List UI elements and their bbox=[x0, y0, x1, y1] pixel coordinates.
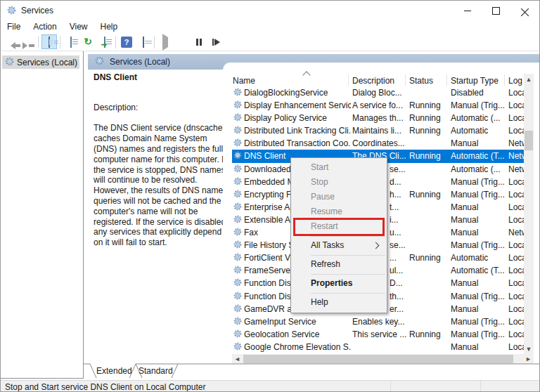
column-header-log[interactable]: Log bbox=[508, 76, 522, 86]
menu-separator bbox=[311, 293, 385, 294]
context-menu: StartStopPauseResumeRestartAll TasksRefr… bbox=[290, 157, 387, 313]
column-header-startup-type[interactable]: Startup Type bbox=[451, 76, 499, 86]
cell-status: Running bbox=[409, 126, 448, 136]
vertical-scroll-thumb[interactable] bbox=[525, 131, 533, 150]
table-row[interactable]: DialogBlockingServiceDialog Bloc...Disab… bbox=[232, 86, 525, 99]
vertical-scrollbar[interactable]: ▲ ▼ bbox=[524, 74, 534, 354]
tree-item-services-local[interactable]: Services (Local) bbox=[2, 55, 79, 69]
console-tree-button[interactable] bbox=[41, 34, 57, 49]
stop-service-button[interactable] bbox=[174, 34, 190, 49]
cell-log-on-as: Loca bbox=[508, 215, 525, 225]
window-title: Services bbox=[21, 6, 53, 15]
table-row[interactable]: Google Chrome Elevation S...ManualLoca bbox=[232, 341, 525, 353]
menu-file[interactable]: File bbox=[1, 21, 27, 32]
cell-log-on-as: Loca bbox=[508, 240, 525, 250]
context-menu-item-resume[interactable]: Resume bbox=[291, 204, 387, 219]
service-gear-icon bbox=[233, 190, 242, 200]
pause-service-button[interactable] bbox=[191, 34, 207, 49]
cell-description: Dialog Bloc... bbox=[352, 88, 407, 98]
scroll-up-icon[interactable]: ▲ bbox=[524, 74, 534, 84]
table-row[interactable]: Display Policy ServiceManages th...Runni… bbox=[232, 112, 525, 124]
pause-service-icon bbox=[196, 39, 202, 46]
list-doc-icon bbox=[70, 37, 72, 47]
back-button[interactable] bbox=[3, 34, 18, 49]
status-divider bbox=[480, 381, 481, 392]
scroll-down-icon[interactable]: ▼ bbox=[524, 344, 534, 354]
minimize-icon bbox=[464, 11, 471, 11]
list-doc-button[interactable] bbox=[63, 34, 79, 49]
cell-startup-type: Disabled bbox=[451, 88, 507, 98]
cell-log-on-as: Loca bbox=[508, 253, 525, 263]
cell-description: Enables key... bbox=[352, 317, 407, 327]
refresh-button[interactable]: ↻ bbox=[80, 34, 96, 49]
cell-log-on-as: Loca bbox=[508, 126, 525, 136]
cell-startup-type: Automatic (T... bbox=[451, 151, 507, 161]
menu-view[interactable]: View bbox=[63, 21, 94, 32]
context-menu-item-stop[interactable]: Stop bbox=[291, 175, 387, 190]
service-gear-icon bbox=[233, 164, 242, 175]
cell-startup-type: Automatic (T... bbox=[451, 266, 507, 275]
service-gear-icon bbox=[233, 304, 242, 315]
status-text: Stop and Start service DNS Client on Loc… bbox=[5, 382, 205, 392]
help-button[interactable]: ? bbox=[119, 34, 134, 49]
cell-startup-type: Manual (Trig... bbox=[451, 292, 507, 301]
column-header-name[interactable]: Name bbox=[233, 76, 255, 86]
horizontal-scrollbar[interactable]: ◄ ► bbox=[232, 354, 534, 364]
cell-log-on-as: Netw bbox=[508, 138, 525, 148]
maximize-button[interactable] bbox=[482, 1, 510, 20]
service-gear-icon bbox=[233, 138, 242, 149]
properties-window-button[interactable] bbox=[136, 34, 151, 49]
cell-name: GameInput Service bbox=[244, 317, 351, 327]
cell-status: Running bbox=[409, 100, 448, 110]
scroll-right-icon[interactable]: ► bbox=[523, 354, 534, 364]
context-menu-item-help[interactable]: Help bbox=[291, 295, 387, 310]
refresh-icon: ↻ bbox=[84, 37, 92, 47]
cell-description: This service ... bbox=[352, 329, 407, 339]
column-header-description[interactable]: Description bbox=[352, 76, 394, 86]
menu-help[interactable]: Help bbox=[94, 21, 124, 32]
service-gear-icon bbox=[233, 215, 242, 226]
table-row[interactable]: Distributed Link Tracking Cli...Maintain… bbox=[232, 124, 525, 137]
context-menu-item-start[interactable]: Start bbox=[291, 160, 387, 175]
table-row[interactable]: Geolocation ServiceThis service ...Runni… bbox=[232, 328, 525, 341]
column-divider bbox=[348, 74, 349, 86]
close-button[interactable] bbox=[510, 1, 539, 20]
list-header: NameDescriptionStatusStartup TypeLog bbox=[232, 74, 534, 86]
table-row[interactable]: Distributed Transaction Coo...Coordinate… bbox=[232, 137, 525, 150]
restart-service-icon bbox=[212, 39, 220, 46]
services-gear-icon bbox=[7, 6, 16, 17]
tab-extended[interactable]: Extended bbox=[96, 366, 132, 376]
menu-action[interactable]: Action bbox=[27, 21, 63, 32]
cell-log-on-as: Loca bbox=[508, 100, 525, 110]
cell-startup-type: Manual bbox=[451, 304, 507, 314]
start-service-button[interactable] bbox=[158, 34, 173, 49]
cell-status: Running bbox=[409, 113, 448, 123]
context-menu-item-properties[interactable]: Properties bbox=[291, 276, 387, 291]
context-menu-item-pause[interactable]: Pause bbox=[291, 190, 387, 204]
table-row[interactable]: GameInput ServiceEnables key...Manual (T… bbox=[232, 315, 525, 328]
cell-log-on-as: Netw bbox=[508, 151, 525, 161]
horizontal-scroll-thumb[interactable] bbox=[243, 355, 513, 363]
table-row[interactable]: Display Enhancement ServiceA service fo.… bbox=[232, 99, 525, 112]
cell-name: Geolocation Service bbox=[244, 329, 351, 339]
cell-startup-type: Manual bbox=[451, 228, 507, 237]
cell-status: Running bbox=[409, 329, 448, 339]
column-divider bbox=[504, 74, 505, 86]
column-header-status[interactable]: Status bbox=[409, 76, 433, 86]
context-menu-item-refresh[interactable]: Refresh bbox=[291, 257, 387, 272]
restart-service-button[interactable] bbox=[208, 34, 224, 49]
export-list-button[interactable]: ➜ bbox=[97, 34, 112, 49]
service-gear-icon bbox=[233, 151, 242, 162]
context-menu-item-all-tasks[interactable]: All Tasks bbox=[291, 238, 387, 253]
close-icon bbox=[521, 7, 529, 15]
cell-log-on-as: Loca bbox=[508, 292, 525, 301]
cell-log-on-as: Loca bbox=[508, 113, 525, 123]
scroll-left-icon[interactable]: ◄ bbox=[232, 354, 243, 364]
tab-standard[interactable]: Standard bbox=[139, 366, 173, 376]
cell-startup-type: Manual bbox=[451, 138, 507, 148]
forward-button[interactable] bbox=[20, 34, 35, 49]
minimize-button[interactable] bbox=[453, 1, 482, 20]
menu-bar: FileActionViewHelp bbox=[1, 20, 539, 33]
cell-name: Distributed Transaction Coo... bbox=[244, 138, 351, 148]
cell-startup-type: Manual bbox=[451, 202, 507, 212]
